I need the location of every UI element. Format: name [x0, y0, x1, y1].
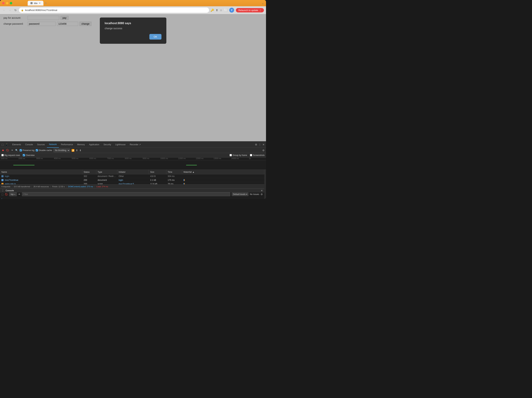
timeline-mark-12: 13000 ms	[213, 157, 230, 161]
devtools-scrollbar[interactable]	[264, 170, 266, 199]
throttle-select[interactable]: No throttling	[53, 149, 70, 152]
header-initiator: Initiator	[117, 170, 149, 174]
timeline-mark-13: 14000 ms	[230, 157, 248, 161]
timeline-bars	[0, 161, 266, 170]
tab-recorder[interactable]: Recorder ↗	[128, 141, 143, 148]
devtools-options: Big request rows Overview Group by frame…	[0, 153, 266, 157]
url-text: localhost:8080/mvc/?continue	[25, 9, 57, 12]
download-icon[interactable]: ⬇	[79, 149, 82, 152]
tab-security[interactable]: Security	[101, 141, 113, 148]
console-toolbar: ⬚ 🚫 top ▾ 👁 Default levels ▾ No Issues ⚙	[0, 192, 264, 196]
filter-button[interactable]: ⏷	[11, 149, 14, 152]
dialog: localhost:8080 says change success OK	[100, 18, 166, 44]
group-frame-checkbox[interactable]: Group by frame	[230, 154, 247, 156]
key-icon[interactable]: 🔑	[210, 9, 214, 12]
eye-icon[interactable]: 👁	[18, 193, 20, 196]
back-button[interactable]: ←	[2, 9, 6, 12]
console-filter-input[interactable]	[22, 192, 230, 196]
tab-application[interactable]: Application	[87, 141, 101, 148]
row-type: document / Redirect	[96, 175, 117, 177]
address-actions: 🔑 ⬆ ☆ ⬜ Y Relaunch to update ⋮	[210, 8, 264, 12]
console-title[interactable]: Console	[6, 189, 14, 192]
tab-performance[interactable]: Performance	[59, 141, 75, 148]
browser-tab[interactable]: title ✕	[28, 1, 44, 6]
device-icon[interactable]: 📱	[5, 143, 8, 146]
dialog-title: localhost:8080 says	[105, 22, 161, 25]
preserve-log-checkbox[interactable]: Preserve log	[20, 149, 34, 152]
row-initiator: Other	[117, 175, 149, 177]
tab-title: title	[34, 2, 38, 5]
screenshots-checkbox[interactable]: Screenshots	[250, 154, 265, 156]
initiator-link[interactable]: login	[119, 179, 123, 181]
waterfall-segment	[184, 183, 185, 185]
footer-dom-content: DOMContentLoaded: 273 ms	[68, 186, 93, 188]
row-time: 76 ms	[166, 183, 182, 185]
settings-icon[interactable]: ⚙	[255, 143, 257, 146]
avatar[interactable]: Y	[229, 8, 234, 12]
url-bar[interactable]: 🔒 localhost:8080/mvc/?continue	[19, 7, 209, 13]
minimize-button[interactable]	[6, 2, 8, 4]
header-waterfall[interactable]: Waterfall ▲	[182, 170, 264, 174]
share-icon[interactable]: ⬆	[216, 9, 218, 12]
network-table[interactable]: Name Status Type Initiator Size Time Wat…	[0, 170, 264, 184]
table-row[interactable]: axios.min.js 200 script mvc/?continue:5 …	[0, 182, 264, 184]
dialog-overlay: localhost:8080 says change success OK	[0, 14, 266, 141]
more-icon[interactable]: ⋮	[259, 143, 261, 146]
footer-resources: 28.4 kB resources	[33, 186, 49, 188]
options-right: Group by frame Screenshots	[230, 154, 265, 156]
row-time: 304 ms	[166, 175, 182, 177]
waterfall-segment	[184, 183, 184, 185]
new-tab-button[interactable]: +	[45, 1, 47, 5]
tab-search-icon[interactable]: ⬜	[224, 9, 228, 12]
console-clear-icon[interactable]: 🚫	[5, 193, 8, 196]
close-button[interactable]	[2, 2, 5, 4]
devtools-icons: ⬚ 📱	[1, 143, 8, 146]
tab-sources[interactable]: Sources	[35, 141, 47, 148]
tab-network[interactable]: Network	[47, 141, 59, 148]
overview-checkbox[interactable]: Overview	[23, 154, 34, 156]
maximize-button[interactable]	[10, 2, 12, 4]
console-settings-icon[interactable]: ⚙	[260, 193, 263, 196]
tab-console[interactable]: Console	[23, 141, 35, 148]
favicon-icon	[1, 183, 4, 184]
initiator-link[interactable]: mvc/?continue:5	[119, 183, 134, 185]
console-close-button[interactable]: ✕	[261, 189, 263, 192]
upload-icon[interactable]: ⬆	[76, 149, 78, 152]
big-rows-checkbox[interactable]: Big request rows	[1, 154, 20, 156]
tab-menu-button[interactable]: ⌄	[262, 2, 264, 5]
wifi-icon[interactable]: 📶	[71, 149, 74, 152]
lock-icon: 🔒	[21, 9, 24, 11]
row-status: 200	[82, 183, 96, 185]
dialog-ok-button[interactable]: OK	[149, 34, 161, 40]
tab-elements[interactable]: Elements	[10, 141, 23, 148]
tab-memory[interactable]: Memory	[75, 141, 87, 148]
dialog-message: change success	[105, 27, 161, 30]
table-row[interactable]: mvc/?continue 200 document login 2.1 kB …	[0, 178, 264, 182]
disable-cache-checkbox[interactable]: Disable cache	[36, 149, 52, 152]
console-dock-icon[interactable]: ⬚	[1, 193, 4, 196]
close-devtools-button[interactable]: ✕	[262, 143, 265, 146]
footer-transferred: 15.5 kB transferred	[14, 186, 30, 188]
row-waterfall	[182, 183, 264, 185]
timeline-mark-0: 1000 ms	[0, 157, 18, 161]
console-header: ⋮ Console ✕	[0, 189, 264, 192]
row-status: 302	[82, 175, 96, 177]
reload-button[interactable]: ↻	[13, 9, 18, 12]
table-row[interactable]: login 302 document / Redirect Other 416 …	[0, 174, 264, 178]
tab-close-button[interactable]: ✕	[39, 2, 41, 4]
devtools-content: Name Status Type Initiator Size Time Wat…	[0, 170, 264, 199]
console-panel: ⋮ Console ✕ ⬚ 🚫 top ▾ 👁 Default level	[0, 188, 264, 199]
record-button[interactable]: ⏺	[1, 149, 5, 152]
bookmark-icon[interactable]: ☆	[220, 9, 222, 12]
console-level-select[interactable]: Default levels ▾	[232, 193, 248, 196]
network-settings-icon[interactable]: ⚙	[262, 149, 265, 152]
forward-button[interactable]: →	[8, 9, 12, 12]
tab-lighthouse[interactable]: Lighthouse	[113, 141, 128, 148]
browser-window: title ✕ + ⌄ ← → ↻ 🔒 localhost:8080/mvc/?…	[0, 0, 266, 199]
inspect-icon[interactable]: ⬚	[1, 143, 4, 146]
clear-button[interactable]: 🚫	[6, 149, 9, 152]
search-button[interactable]: 🔍	[15, 149, 18, 152]
relaunch-button[interactable]: Relaunch to update ⋮	[236, 8, 264, 12]
console-drag-handle[interactable]: ⋮	[1, 189, 4, 192]
top-selector[interactable]: top ▾	[9, 192, 17, 196]
